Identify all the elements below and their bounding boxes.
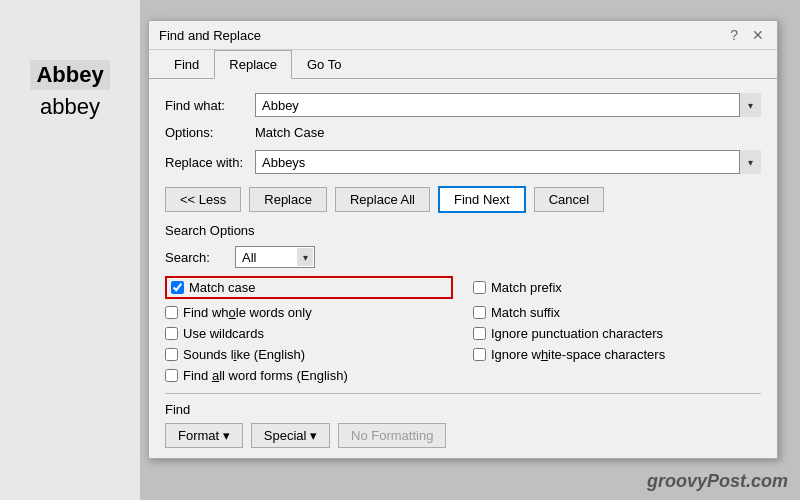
dialog-title-bar: Find and Replace ? ✕ [149, 21, 777, 50]
dialog-title: Find and Replace [159, 28, 261, 43]
ignore-whitespace-row[interactable]: Ignore white-space characters [473, 347, 761, 362]
dialog-tabs: Find Replace Go To [149, 50, 777, 79]
all-word-forms-row[interactable]: Find all word forms (English) [165, 368, 453, 383]
wildcards-label: Use wildcards [183, 326, 264, 341]
ignore-punct-checkbox[interactable] [473, 327, 486, 340]
options-label: Options: [165, 125, 255, 140]
match-suffix-row[interactable]: Match suffix [473, 305, 761, 320]
match-suffix-checkbox[interactable] [473, 306, 486, 319]
options-row: Options: Match Case [165, 125, 761, 140]
tab-find[interactable]: Find [159, 50, 214, 79]
find-replace-dialog: Find and Replace ? ✕ Find Replace Go To … [148, 20, 778, 459]
less-button[interactable]: << Less [165, 187, 241, 212]
sounds-like-checkbox[interactable] [165, 348, 178, 361]
ignore-whitespace-label: Ignore white-space characters [491, 347, 665, 362]
replace-input-wrap: ▾ [255, 150, 761, 174]
checkboxes-grid: Match case Match prefix Find whole words… [165, 276, 761, 383]
all-word-forms-checkbox[interactable] [165, 369, 178, 382]
match-prefix-row[interactable]: Match prefix [473, 276, 761, 299]
match-case-row[interactable]: Match case [165, 276, 453, 299]
sounds-like-label: Sounds like (English) [183, 347, 305, 362]
replace-all-button[interactable]: Replace All [335, 187, 430, 212]
doc-word-normal: abbey [40, 94, 100, 120]
match-prefix-label: Match prefix [491, 280, 562, 295]
cancel-button[interactable]: Cancel [534, 187, 604, 212]
section-divider [165, 393, 761, 394]
watermark: groovyPost.com [647, 471, 788, 492]
replace-input[interactable] [255, 150, 761, 174]
replace-with-row: Replace with: ▾ [165, 150, 761, 174]
find-bottom-label: Find [165, 402, 761, 417]
replace-button[interactable]: Replace [249, 187, 327, 212]
wildcards-row[interactable]: Use wildcards [165, 326, 453, 341]
find-what-label: Find what: [165, 98, 255, 113]
match-suffix-label: Match suffix [491, 305, 560, 320]
search-select-wrap: All Up Down ▾ [235, 246, 315, 268]
bottom-section: Find Format ▾ Special ▾ No Formatting [165, 402, 761, 448]
bottom-buttons: Format ▾ Special ▾ No Formatting [165, 423, 761, 448]
options-value: Match Case [255, 125, 324, 140]
close-button[interactable]: ✕ [749, 27, 767, 43]
tab-replace[interactable]: Replace [214, 50, 292, 79]
tab-goto[interactable]: Go To [292, 50, 356, 79]
search-options-label: Search Options [165, 223, 761, 238]
match-case-checkbox[interactable] [171, 281, 184, 294]
dialog-content: Find what: ▾ Options: Match Case Replace… [149, 79, 777, 458]
document-background: Abbey abbey [0, 0, 140, 500]
doc-word-highlighted: Abbey [30, 60, 109, 90]
find-input[interactable] [255, 93, 761, 117]
whole-words-label: Find whole words only [183, 305, 312, 320]
replace-with-label: Replace with: [165, 155, 255, 170]
sounds-like-row[interactable]: Sounds like (English) [165, 347, 453, 362]
replace-dropdown-btn[interactable]: ▾ [739, 150, 761, 174]
find-next-button[interactable]: Find Next [438, 186, 526, 213]
match-case-label: Match case [189, 280, 255, 295]
search-dropdown-row: Search: All Up Down ▾ [165, 246, 761, 268]
title-bar-controls: ? ✕ [727, 27, 767, 43]
find-input-wrap: ▾ [255, 93, 761, 117]
find-dropdown-btn[interactable]: ▾ [739, 93, 761, 117]
whole-words-checkbox[interactable] [165, 306, 178, 319]
whole-words-row[interactable]: Find whole words only [165, 305, 453, 320]
search-label: Search: [165, 250, 235, 265]
all-word-forms-label: Find all word forms (English) [183, 368, 348, 383]
ignore-punct-label: Ignore punctuation characters [491, 326, 663, 341]
wildcards-checkbox[interactable] [165, 327, 178, 340]
match-prefix-checkbox[interactable] [473, 281, 486, 294]
find-what-row: Find what: ▾ [165, 93, 761, 117]
special-button[interactable]: Special ▾ [251, 423, 330, 448]
search-select[interactable]: All Up Down [235, 246, 315, 268]
format-button[interactable]: Format ▾ [165, 423, 243, 448]
help-button[interactable]: ? [727, 27, 741, 43]
ignore-punct-row[interactable]: Ignore punctuation characters [473, 326, 761, 341]
buttons-row: << Less Replace Replace All Find Next Ca… [165, 186, 761, 213]
no-formatting-button[interactable]: No Formatting [338, 423, 446, 448]
ignore-whitespace-checkbox[interactable] [473, 348, 486, 361]
